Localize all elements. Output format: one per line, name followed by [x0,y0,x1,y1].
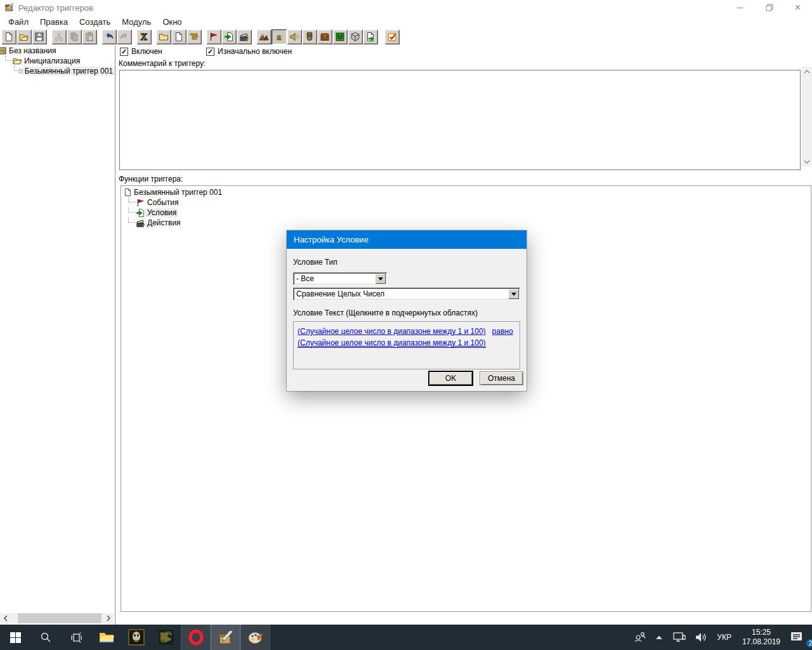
taskbar-paint[interactable] [240,625,270,650]
scroll-left-arrow-icon[interactable] [0,613,11,623]
condition-text-box: (Случайное целое число в диапазоне между… [293,321,520,369]
sound-editor-button[interactable] [287,29,302,44]
new-action-button[interactable] [237,29,252,44]
condition-function-combobox[interactable]: Сравнение Целых Чисел [293,288,520,300]
language-indicator[interactable]: УКР [712,625,737,650]
tree-item-category[interactable]: Инициализация [0,56,115,66]
comment-label: Комментарий к триггеру: [119,59,206,68]
network-icon [672,632,686,643]
tree-item-label: Условия [145,208,178,217]
enabled-checkbox[interactable]: ✓ [120,48,128,56]
show-hidden-icons-button[interactable] [651,625,667,650]
network-button[interactable] [667,625,690,650]
system-tray: УКР 15:2517.08.2019 2 [629,625,812,650]
svg-text:X: X [141,32,148,42]
tree-item-label: Действия [145,218,183,227]
import-manager-button[interactable] [363,29,378,44]
taskbar-opera[interactable] [181,625,211,650]
scroll-down-arrow-icon[interactable] [802,157,812,167]
new-condition-button[interactable] [221,29,237,44]
tree-connector [5,56,13,61]
tree-item-trigger[interactable]: Безымянный триггер 001 [0,66,115,76]
action-center-button[interactable]: 2 [786,625,812,650]
clock[interactable]: 15:2517.08.2019 [737,625,786,650]
close-button[interactable]: × [783,0,812,15]
ok-button[interactable]: OK [429,371,473,385]
chevron-down-icon[interactable] [508,289,519,299]
save-button[interactable] [32,29,47,44]
functions-label: Функции триггера: [119,175,183,183]
tree-connector [128,197,136,202]
param-link-2[interactable]: (Случайное целое число в диапазоне между… [298,338,486,348]
toolbar: X a [0,28,812,46]
undo-button[interactable] [102,29,117,44]
function-tree-trigger[interactable]: Безымянный триггер 001 [124,187,811,197]
minimize-button[interactable] [726,0,755,15]
category-folder-icon [13,56,22,65]
scroll-up-arrow-icon[interactable] [802,67,812,77]
ai-editor-button[interactable] [332,29,348,44]
map-icon [0,46,7,55]
delete-button[interactable]: X [136,29,152,44]
new-button[interactable] [1,29,16,44]
volume-button[interactable] [690,625,712,650]
open-button[interactable] [16,29,32,44]
taskbar-file-explorer[interactable] [91,625,121,650]
campaign-editor-button[interactable] [317,29,332,44]
search-button[interactable] [30,625,61,650]
new-event-button[interactable] [206,29,221,44]
operator-link[interactable]: равно [492,327,513,336]
scroll-right-arrow-icon[interactable] [103,613,114,623]
taskbar-world-editor[interactable] [211,625,240,650]
trigger-editor-button[interactable]: a [272,29,287,44]
action-clapper-icon [136,218,145,228]
comment-scrollbar[interactable] [802,67,812,167]
menu-create[interactable]: Создать [74,16,116,28]
taskbar-map-file[interactable] [151,625,181,650]
world-editor-scroll-icon [217,628,235,646]
menu-file[interactable]: Файл [3,16,34,28]
toolbar-separator [97,29,102,44]
function-tree-conditions[interactable]: Условия [124,208,811,218]
combobox-value: - Все [293,274,375,283]
terrain-editor-button[interactable] [256,29,272,44]
chevron-down-icon[interactable] [375,274,386,284]
menu-edit[interactable]: Правка [34,16,74,28]
new-trigger-button[interactable] [171,29,187,44]
tree-horizontal-scrollbar[interactable] [0,613,114,623]
restore-button[interactable] [755,0,783,15]
tree-item-label: Безымянный триггер 001 [23,67,115,76]
cancel-button[interactable]: Отмена [480,371,523,385]
new-category-button[interactable] [156,29,171,44]
object-editor-button[interactable] [302,29,317,44]
scrollbar-thumb[interactable] [18,613,102,623]
svg-text:a: a [277,32,282,42]
people-button[interactable] [629,625,651,650]
menubar: Файл Правка Создать Модуль Окно [0,15,812,28]
condition-type-combobox[interactable]: - Все [293,272,387,285]
condition-settings-dialog: Настройка Условие Условие Тип - Все Срав… [287,230,527,391]
param-link-1[interactable]: (Случайное целое число в диапазоне между… [298,327,486,336]
task-view-button[interactable] [61,625,91,650]
toolbar-separator [132,29,136,44]
new-comment-button[interactable] [187,29,202,44]
function-tree-actions[interactable]: Действия [124,218,811,228]
function-tree-events[interactable]: События [124,197,811,208]
task-view-icon [70,632,82,643]
dialog-titlebar[interactable]: Настройка Условие [287,230,527,249]
test-map-button[interactable] [384,29,400,44]
start-button[interactable] [0,625,30,650]
combobox-value: Сравнение Целых Чисел [293,289,508,298]
tree-item-map-root[interactable]: Без названия [0,46,115,56]
tree-item-label: События [145,198,181,207]
taskbar-warcraft3[interactable] [121,625,151,650]
tree-item-label: Безымянный триггер 001 [132,188,224,197]
initially-on-checkbox[interactable]: ✓ [206,48,214,56]
initially-on-checkbox-label: Изначально включен [218,47,292,56]
menu-window[interactable]: Окно [157,16,187,28]
object-manager-button[interactable] [348,29,363,44]
comment-input[interactable] [119,70,801,170]
titlebar: Редактор триггеров × [0,0,812,15]
menu-module[interactable]: Модуль [116,16,157,28]
windows-logo-icon [10,632,21,643]
